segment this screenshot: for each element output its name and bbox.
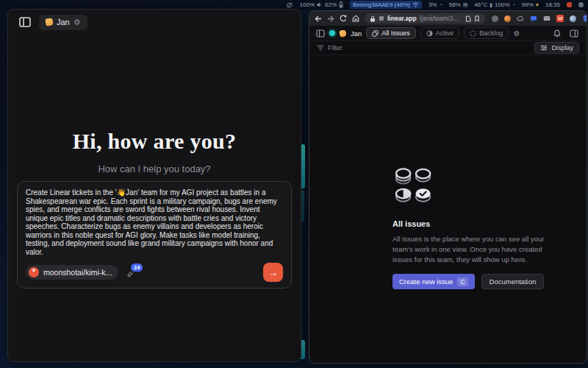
prompt-actions: * moonshotai/kimi-k... 24 → — [26, 263, 283, 282]
team-selector[interactable]: Jan ⚙ — [39, 15, 87, 30]
reload-button[interactable] — [340, 15, 347, 22]
views-settings-icon[interactable]: ⚙ — [513, 29, 520, 38]
bell-icon[interactable] — [553, 29, 561, 38]
empty-state-actions: Create new issue C Documentation — [392, 274, 566, 289]
empty-state-title: All issues — [392, 219, 566, 228]
heart-icon: ♥ — [536, 2, 539, 7]
desktop: 100% 62% Belong38AAE9 (46%) 3% ◔ 58% ▤ 4… — [0, 0, 588, 368]
shortcut-badge: C — [457, 277, 467, 286]
address-bar[interactable]: linear.app /janii/team/JANAPP/all — [365, 13, 485, 24]
linear-filter-bar: Filter Display — [309, 41, 587, 55]
back-button[interactable] — [315, 15, 322, 22]
create-issue-label: Create new issue — [399, 277, 453, 286]
linear-team-name: Jan — [351, 29, 362, 38]
filter-button[interactable]: Filter — [317, 44, 343, 52]
linear-header: Jan All Issues Active Backlog ⚙ — [309, 26, 587, 41]
empty-state-description: All issues is the place where you can se… — [392, 234, 560, 264]
tab-label: Backlog — [479, 29, 503, 37]
reload-icon — [340, 15, 347, 22]
notifications-muted — [286, 2, 293, 8]
url-path: /janii/team/JANAPP/all — [420, 15, 462, 22]
model-selector[interactable]: * moonshotai/kimi-k... — [26, 265, 118, 280]
kimi-logo-icon: * — [29, 267, 39, 277]
temperature-value: 46°C — [474, 1, 487, 8]
battery-percent: 62% — [325, 1, 337, 8]
team-name: Jan — [57, 18, 70, 26]
linear-sidebar-toggle[interactable] — [316, 29, 325, 38]
mail-tray-icon[interactable] — [567, 2, 572, 7]
memory-percent: 58% — [449, 1, 461, 8]
cpu-status: 3% ◔ — [429, 1, 442, 8]
display-button[interactable]: Display — [534, 42, 579, 54]
prompt-input[interactable]: Create Linear tickets in the '👋Jan' team… — [26, 188, 283, 256]
health-status: 99% ♥ — [522, 1, 539, 8]
create-new-issue-button[interactable]: Create new issue C — [392, 274, 475, 289]
url-host: linear.app — [387, 15, 417, 22]
volume-battery-status: 100% 62% — [300, 1, 343, 8]
document-icon[interactable] — [465, 15, 471, 22]
wifi-icon — [412, 2, 419, 7]
wave-emoji-icon — [45, 18, 53, 26]
memory-icon: ▤ — [463, 2, 468, 8]
extension-icon[interactable] — [504, 15, 511, 22]
greeting-subtitle: How can I help you today? — [8, 163, 301, 174]
jan-titlebar: Jan ⚙ — [8, 10, 301, 35]
hand-extension-icon[interactable] — [582, 15, 587, 22]
send-arrow-icon: → — [268, 267, 279, 277]
chat-input-card[interactable]: Create Linear tickets in the '👋Jan' team… — [17, 181, 292, 289]
thermometer-icon: ▮ — [490, 2, 492, 8]
tab-active[interactable]: Active — [420, 27, 460, 39]
disk-percent: 100% — [495, 1, 509, 8]
mail-extension-icon[interactable] — [543, 15, 551, 21]
jan-app-window: Jan ⚙ Hi, how are you? How can I help yo… — [7, 9, 301, 362]
speaker-icon — [317, 2, 323, 7]
dashed-circle-icon — [470, 30, 476, 37]
all-issues-empty-state: All issues All issues is the place where… — [392, 166, 566, 289]
half-circle-icon — [426, 30, 433, 37]
greeting-title: Hi, how are you? — [8, 129, 301, 154]
extensions-row: 12 ⋯ — [492, 15, 587, 22]
tab-label: All Issues — [381, 29, 410, 37]
sliders-icon — [540, 45, 548, 51]
panel-right-icon[interactable] — [570, 29, 578, 38]
globe-extension-icon[interactable] — [570, 15, 576, 22]
clock: 18:35 — [545, 1, 560, 8]
wave-emoji-icon — [339, 29, 346, 37]
forward-arrow-icon — [327, 15, 334, 22]
calendar-extension-icon[interactable]: 12 — [556, 15, 564, 22]
display-label: Display — [551, 44, 573, 52]
clock-time: 18:35 — [545, 1, 560, 8]
volume-percent: 100% — [300, 1, 315, 8]
home-button[interactable] — [352, 15, 359, 22]
battery-icon — [339, 1, 343, 8]
gear-icon[interactable]: ⚙ — [74, 18, 81, 27]
cpu-percent: 3% — [429, 1, 437, 8]
tray-icon[interactable] — [578, 2, 584, 7]
documentation-button[interactable]: Documentation — [481, 274, 545, 289]
sidebar-toggle-button[interactable] — [19, 17, 31, 27]
tools-button[interactable]: 24 — [127, 267, 137, 277]
panel-left-icon — [19, 17, 31, 27]
home-icon — [352, 15, 359, 22]
tab-backlog[interactable]: Backlog — [464, 27, 509, 39]
model-name: moonshotai/kimi-k... — [43, 268, 112, 277]
greeting-block: Hi, how are you? How can I help you toda… — [8, 129, 301, 174]
forward-button[interactable] — [327, 15, 334, 22]
filter-label: Filter — [328, 44, 343, 52]
lock-icon — [370, 15, 376, 22]
filter-icon — [317, 45, 324, 51]
issues-coins-illustration — [392, 166, 438, 205]
flag-extension-icon[interactable] — [530, 15, 537, 22]
back-arrow-icon — [315, 15, 322, 22]
eye-off-icon — [286, 2, 293, 8]
team-avatar-icon — [329, 30, 335, 36]
extension-icon[interactable] — [492, 15, 498, 22]
copy-icon — [372, 30, 379, 37]
send-button[interactable]: → — [263, 263, 283, 282]
cloud-extension-icon[interactable] — [517, 15, 524, 21]
tab-label: Active — [436, 29, 454, 37]
bookmark-icon[interactable] — [474, 15, 480, 22]
tab-all-issues[interactable]: All Issues — [366, 27, 416, 39]
disk-icon: ◔ — [512, 2, 515, 7]
memory-status: 58% ▤ — [449, 1, 468, 8]
